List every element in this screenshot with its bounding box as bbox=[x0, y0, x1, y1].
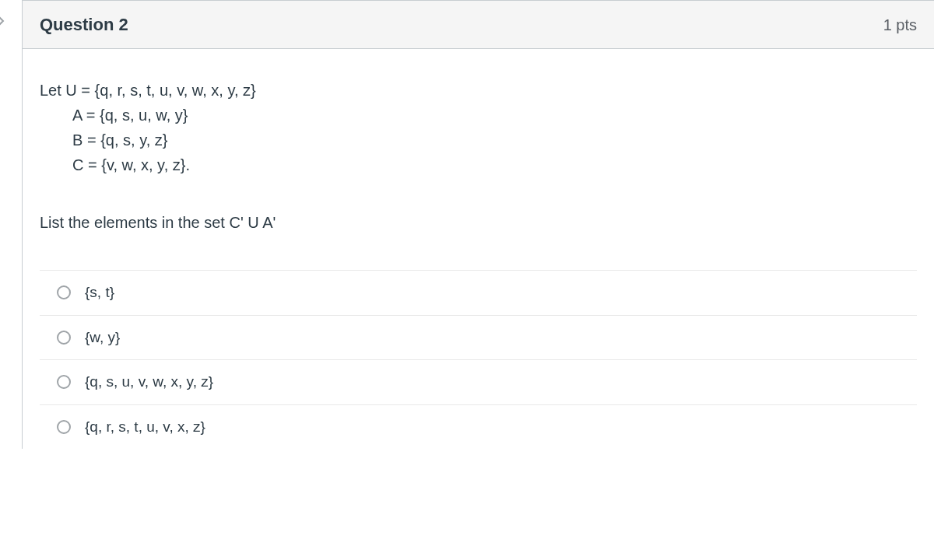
stem-line-c: C = {v, w, x, y, z}. bbox=[40, 153, 917, 177]
question-prompt: List the elements in the set C' U A' bbox=[40, 211, 917, 234]
answer-option[interactable]: {s, t} bbox=[40, 271, 917, 316]
answer-label: {s, t} bbox=[85, 282, 114, 304]
stem-line-u: Let U = {q, r, s, t, u, v, w, x, y, z} bbox=[40, 79, 917, 102]
question-title: Question 2 bbox=[40, 12, 128, 37]
answer-radio[interactable] bbox=[57, 331, 71, 345]
question-body: Let U = {q, r, s, t, u, v, w, x, y, z} A… bbox=[23, 49, 934, 449]
answer-option[interactable]: {w, y} bbox=[40, 316, 917, 361]
answers-list: {s, t} {w, y} {q, s, u, v, w, x, y, z} {… bbox=[40, 270, 917, 449]
answer-option[interactable]: {q, r, s, t, u, v, x, z} bbox=[40, 405, 917, 450]
answer-radio[interactable] bbox=[57, 285, 71, 299]
answer-radio[interactable] bbox=[57, 375, 71, 389]
answer-option[interactable]: {q, s, u, v, w, x, y, z} bbox=[40, 360, 917, 405]
stem-line-b: B = {q, s, y, z} bbox=[40, 128, 917, 152]
stem-line-a: A = {q, s, u, w, y} bbox=[40, 103, 917, 127]
question-stem: Let U = {q, r, s, t, u, v, w, x, y, z} A… bbox=[40, 79, 917, 177]
answer-label: {q, s, u, v, w, x, y, z} bbox=[85, 371, 213, 394]
question-points: 1 pts bbox=[883, 13, 917, 37]
question-header: Question 2 1 pts bbox=[23, 1, 934, 49]
page-root: Question 2 1 pts Let U = {q, r, s, t, u,… bbox=[0, 0, 934, 560]
chevron-right-icon bbox=[0, 12, 5, 33]
answer-label: {q, r, s, t, u, v, x, z} bbox=[85, 416, 205, 439]
question-card: Question 2 1 pts Let U = {q, r, s, t, u,… bbox=[22, 0, 934, 449]
answer-radio[interactable] bbox=[57, 420, 71, 434]
answer-label: {w, y} bbox=[85, 327, 120, 349]
